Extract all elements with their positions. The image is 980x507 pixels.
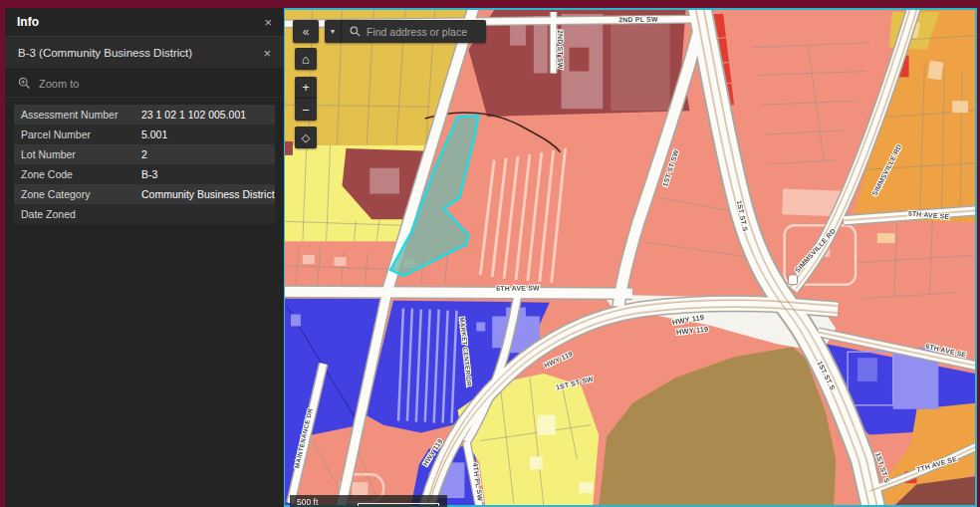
attr-label: Lot Number <box>14 148 141 160</box>
attr-label: Zone Category <box>14 188 141 200</box>
panel-close-icon[interactable]: × <box>264 16 272 29</box>
home-button[interactable]: ⌂ <box>295 48 317 70</box>
street-label: 6TH AVE SW <box>496 284 540 292</box>
highway-shield-icon <box>789 275 798 285</box>
table-row: Assessment Number 23 1 02 1 102 005.001 <box>14 105 275 125</box>
table-row: Zone Category Community Business Distric… <box>14 184 275 204</box>
zoom-to-button[interactable]: Zoom to <box>5 70 284 98</box>
attr-label: Parcel Number <box>14 128 141 140</box>
plus-icon: + <box>302 80 310 95</box>
attr-value: 5.001 <box>141 128 275 140</box>
zone-maroon-sliver <box>285 141 293 155</box>
street-label: 2ND PL SW <box>618 16 658 24</box>
table-row: Date Zoned <box>14 204 275 224</box>
attribute-table: Assessment Number 23 1 02 1 102 005.001 … <box>14 105 275 224</box>
info-panel-header: Info × <box>5 8 284 37</box>
scale-label: 500 ft <box>297 497 318 507</box>
search-icon <box>350 26 361 37</box>
attr-value: Community Business District <box>141 188 275 200</box>
attr-label: Date Zoned <box>14 208 141 220</box>
window-top-bar <box>0 0 980 8</box>
map-canvas[interactable]: 2ND PL SW 2ND ST SW 1ST ST SW 1ST ST S S… <box>285 10 975 505</box>
attr-value: 23 1 02 1 102 005.001 <box>141 109 275 121</box>
table-row: Lot Number 2 <box>14 144 275 164</box>
scale-bar: 500 ft <box>290 495 447 507</box>
collapse-icon: « <box>303 25 310 39</box>
attr-label: Zone Code <box>14 168 141 180</box>
zoom-in-button[interactable]: + <box>295 77 317 99</box>
panel-title: Info <box>17 15 39 29</box>
window-left-edge <box>0 8 5 507</box>
zoom-to-magnifier-icon <box>18 77 31 90</box>
attr-label: Assessment Number <box>14 109 141 121</box>
minus-icon: − <box>302 103 310 118</box>
locate-button[interactable]: ◇ <box>295 127 317 148</box>
zoom-out-button[interactable]: − <box>295 99 317 121</box>
attr-value: B-3 <box>141 168 275 180</box>
search-input[interactable] <box>367 26 478 38</box>
locate-diamond-icon: ◇ <box>302 131 310 144</box>
table-row: Zone Code B-3 <box>14 164 275 184</box>
zoom-to-label: Zoom to <box>39 78 79 90</box>
scale-line <box>358 503 439 506</box>
search-source-dropdown[interactable]: ▾ <box>325 20 342 43</box>
street-label: 2ND ST SW <box>557 30 564 70</box>
search-field[interactable] <box>342 20 486 43</box>
info-panel: Info × B-3 (Community Business District)… <box>5 8 284 507</box>
collapse-panel-button[interactable]: « <box>293 20 319 43</box>
home-icon: ⌂ <box>302 52 310 67</box>
map-view[interactable]: 2ND PL SW 2ND ST SW 1ST ST SW 1ST ST S S… <box>283 8 977 507</box>
chevron-down-icon: ▾ <box>331 27 335 36</box>
feature-header: B-3 (Community Business District) × <box>5 37 284 70</box>
zoom-controls: + − <box>295 77 317 121</box>
feature-title: B-3 (Community Business District) <box>18 47 192 59</box>
search-bar: ▾ <box>325 20 486 43</box>
feature-close-icon[interactable]: × <box>263 47 271 60</box>
table-row: Parcel Number 5.001 <box>14 125 275 144</box>
attr-value: 2 <box>141 148 275 160</box>
